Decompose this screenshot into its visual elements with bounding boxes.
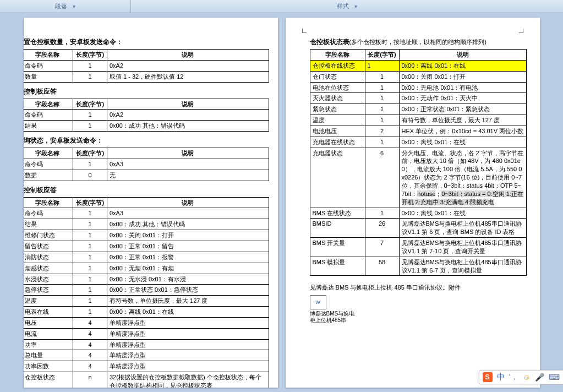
cell: 7 xyxy=(365,238,399,257)
cell: 1 xyxy=(73,110,107,121)
cell: 1 xyxy=(73,71,107,82)
cell: BMS 模拟量 xyxy=(310,257,365,276)
cell: 温度 xyxy=(24,296,73,307)
cell: 1 xyxy=(73,159,107,170)
table-query-cmd: 字段名称长度(字节)说明 命令码10xA3 数据0无 xyxy=(24,148,269,181)
cell: 0x00：关闭 0x01：打开 xyxy=(399,71,526,82)
cell: 电表在线 xyxy=(24,307,73,318)
cell: 1 xyxy=(365,93,399,104)
th: 字段名称 xyxy=(310,50,365,61)
cell: 温度 xyxy=(310,115,365,126)
section-title: 控制板应答 xyxy=(24,87,270,96)
ribbon-label: 段落 xyxy=(55,2,67,10)
th: 字段名称 xyxy=(24,99,73,110)
ime-punct-icon[interactable]: ‘， xyxy=(509,372,518,382)
attachment-line: 见博磊达 BMS 与换电柜上位机 485 串口通讯协议。附件 xyxy=(310,284,527,292)
cell: 0xA2 xyxy=(107,110,269,121)
cell: 1 xyxy=(73,285,107,296)
th-name: 字段名称 xyxy=(24,50,73,61)
table-row: 电压4单精度浮点型 xyxy=(24,317,269,328)
cell: 单精度浮点型 xyxy=(107,350,269,361)
table-row: 维修门状态10x00：关闭 0x01：打开 xyxy=(24,230,269,241)
ime-mode-zhong[interactable]: 中 xyxy=(497,372,505,382)
cell: 充电器状态 xyxy=(310,148,365,208)
th: 字段名称 xyxy=(24,148,73,159)
table-row: BMS 模拟量58见博磊达BMS与换电柜上位机485串口通讯协议V1.1 第 6… xyxy=(310,257,526,276)
cell: 0x00：离线 0x01：在线 xyxy=(107,307,269,318)
table-query-ack: 字段名称长度(字节)说明 命令码10xA3结果10x00：成功 其他：错误代码维… xyxy=(24,197,269,388)
ime-keyboard-icon[interactable]: ⌨ xyxy=(549,373,560,382)
attachment-filename: 博磊达BMS与换电柜上位机485串 xyxy=(310,311,359,324)
cell: 烟感状态 xyxy=(24,263,73,274)
table-row: 烟感状态10x00：无烟 0x01：有烟 xyxy=(24,263,269,274)
cell: 0x00：正常状态 0x01：急停状态 xyxy=(107,285,269,296)
ime-logo-icon[interactable]: S xyxy=(483,372,493,382)
table-row: 结果10x00：成功 其他：错误代码 xyxy=(24,219,269,230)
table-row: 留告状态10x00：正常 0x01：留告 xyxy=(24,241,269,252)
cell: 1 xyxy=(73,307,107,318)
cell: 1 xyxy=(365,115,399,126)
attachment-file-icon[interactable]: W xyxy=(310,295,326,309)
ribbon-group-paragraph[interactable]: 段落 ▾ xyxy=(0,0,130,13)
cell: 电池在位状态 xyxy=(310,82,365,93)
table-row: 灭火器状态10x00：无动作 0x01：灭火中 xyxy=(310,93,526,104)
cell: 命令码 xyxy=(24,60,73,71)
cell: 总电量 xyxy=(24,350,73,361)
table-row: BMS 在线状态10x00：离线 0x01：在线 xyxy=(310,208,526,219)
table-row: 电表在线10x00：离线 0x01：在线 xyxy=(24,307,269,318)
ime-mic-icon[interactable]: 🎤 xyxy=(535,373,544,382)
cell: 1 xyxy=(365,60,399,71)
cell: 分为电压、电流、状态，各 2 字节，高字节在前，电压放大 10 倍（如 48V，… xyxy=(399,148,526,208)
cell: 紧急状态 xyxy=(310,104,365,115)
th: 长度(字节) xyxy=(365,50,399,61)
cell: 结果 xyxy=(24,121,73,132)
table-row: 电池电压2HEX 单位伏，例：0x10cd = 43.01V 两位小数 xyxy=(310,126,526,137)
th: 说明 xyxy=(107,197,269,208)
expand-paragraph-icon[interactable]: ▾ xyxy=(73,3,75,9)
ribbon-group-styles[interactable]: 样式 ▾ xyxy=(131,0,563,13)
th: 长度(字节) xyxy=(73,148,107,159)
cell: 数据 xyxy=(24,170,73,181)
table-row: 充电器在线状态10x00：离线 0x01：在线 xyxy=(310,137,526,148)
th: 长度(字节) xyxy=(73,197,107,208)
cell: 有符号数，单位摄氏度，最大 127 度 xyxy=(399,115,526,126)
cell: 1 xyxy=(365,104,399,115)
cell: 维修门状态 xyxy=(24,230,73,241)
cell: n xyxy=(73,372,107,388)
cell: HEX 单位伏，例：0x10cd = 43.01V 两位小数 xyxy=(399,126,526,137)
th-desc: 说明 xyxy=(107,50,269,61)
table-row: 充电器状态6分为电压、电流、状态，各 2 字节，高字节在前，电压放大 10 倍（… xyxy=(310,148,526,208)
cell: 功率 xyxy=(24,339,73,350)
cell: 1 xyxy=(73,230,107,241)
table-cabin-status: 字段名称长度(字节)说明 仓控板在线状态10x00：离线 0x01：在线仓门状态… xyxy=(310,49,527,276)
cell: 留告状态 xyxy=(24,241,73,252)
table-row: 电池在位状态10x00：无电池 0x01：有电池 xyxy=(310,82,526,93)
table-row: 命令码10xA3 xyxy=(24,208,269,219)
ime-emoji-icon[interactable]: ☺ xyxy=(523,373,531,382)
cell: 2 xyxy=(365,126,399,137)
cell: 无 xyxy=(107,170,269,181)
cell: 见博磊达BMS与换电柜上位机485串口通讯协议V1.1 第 7-10 页，查询开… xyxy=(399,238,526,257)
ribbon-label: 样式 xyxy=(337,2,349,10)
cell: 单精度浮点型 xyxy=(107,339,269,350)
ime-toolbar[interactable]: S 中 ‘， ☺ 🎤 ⌨ xyxy=(479,370,563,384)
cell: 单精度浮点型 xyxy=(107,328,269,339)
cell: 32(根据设置的仓控板数据截取数据) 个仓控板状态，每个仓控板数据结构相同，见仓… xyxy=(107,372,269,388)
table-row: 仓门状态10x00：关闭 0x01：打开 xyxy=(310,71,526,82)
cell: 命令码 xyxy=(24,159,73,170)
cell: 结果 xyxy=(24,219,73,230)
cell: 4 xyxy=(73,350,107,361)
cell: 1 xyxy=(73,252,107,263)
cell: 0xA2 xyxy=(107,60,269,71)
cell: 1 xyxy=(73,219,107,230)
cell: 电池电压 xyxy=(310,126,365,137)
cell: 电压 xyxy=(24,317,73,328)
cell: 0x00：正常 0x01：留告 xyxy=(107,241,269,252)
cell: 数量 xyxy=(24,71,73,82)
expand-styles-icon[interactable]: ▾ xyxy=(354,3,357,9)
table-row: 水浸状态10x00：无水浸 0x01：有水浸 xyxy=(24,274,269,285)
cell: 水浸状态 xyxy=(24,274,73,285)
title-text: 仓控板状态表 xyxy=(310,38,349,46)
cell: 0x00：关闭 0x01：打开 xyxy=(107,230,269,241)
cell: 消防状态 xyxy=(24,252,73,263)
